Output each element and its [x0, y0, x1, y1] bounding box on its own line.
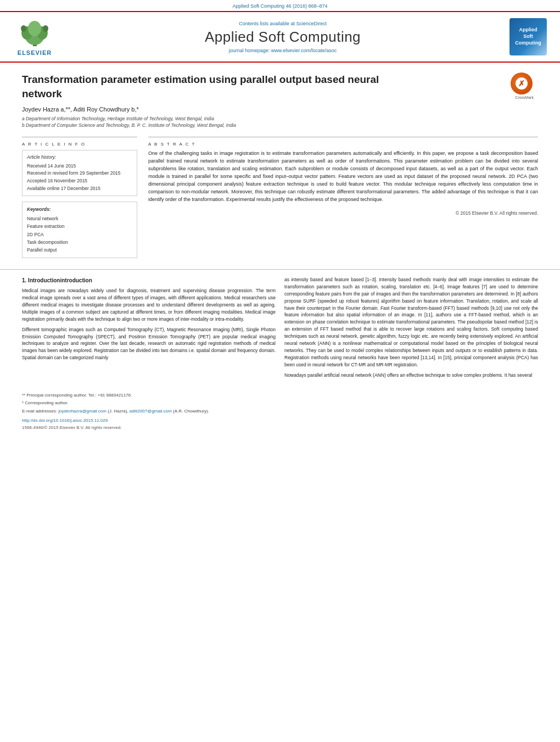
crossmark-label: CrossMark [511, 96, 538, 99]
body-column-1: 1. Introductionintroduction Medical imag… [22, 276, 276, 382]
journal-logo-box: Applied Soft Computing [506, 18, 550, 55]
contents-available: Contents lists available at ScienceDirec… [59, 21, 506, 26]
crossmark-badge: ✗ [511, 72, 533, 94]
body-section: 1. Introductionintroduction Medical imag… [0, 269, 560, 388]
authors-line: Joydev Hazra a,**, Aditi Roy Chowdhury b… [22, 106, 505, 113]
email-line: E-mail addresses: joydevhazra@gmail.com … [22, 408, 538, 415]
copyright-line: © 2015 Elsevier B.V. All rights reserved… [148, 208, 538, 216]
article-title: Transformation parameter estimation usin… [22, 72, 395, 101]
journal-citation: Applied Soft Computing 46 (2016) 868–874 [0, 0, 560, 11]
received-date: Received 14 June 2015 [27, 163, 132, 170]
page-wrapper: Applied Soft Computing 46 (2016) 868–874… [0, 0, 560, 742]
citation-text: Applied Soft Computing 46 (2016) 868–874 [232, 3, 327, 9]
journal-header: ELSEVIER Contents lists available at Sci… [0, 11, 560, 63]
journal-title: Applied Soft Computing [59, 29, 506, 46]
homepage-line: journal homepage: www.elsevier.com/locat… [59, 48, 506, 53]
journal-badge: Applied Soft Computing [509, 18, 547, 55]
article-info-heading: A R T I C L E I N F O [22, 142, 137, 147]
keyword-1: Neural network [27, 215, 132, 222]
body-p4: Nowadays parallel artificial neural netw… [284, 372, 538, 379]
authors-text: Joydev Hazra a,**, Aditi Roy Chowdhury b… [22, 106, 139, 113]
affiliation-b: b Department of Computer Science and Tec… [22, 122, 505, 128]
accepted-date: Accepted 16 November 2015 [27, 177, 132, 185]
footnote-2: * Corresponding author. [22, 400, 538, 407]
elsevier-tree-icon [17, 18, 53, 48]
svg-point-5 [21, 25, 26, 32]
history-label: Article history: [27, 154, 132, 161]
footer-section: ** Principal corresponding author. Tel.:… [0, 388, 560, 432]
elsevier-wordmark: ELSEVIER [18, 49, 52, 56]
issn-line: 1568-4946/© 2015 Elsevier B.V. All right… [22, 425, 538, 432]
email-1[interactable]: joydevhazra@gmail.com [58, 409, 107, 414]
affiliation-a: a Department of Information Technology, … [22, 116, 505, 121]
svg-point-6 [43, 25, 48, 32]
email-2[interactable]: aditi2007@gmail.com [130, 409, 172, 414]
keyword-3: 2D PCA [27, 231, 132, 238]
article-section: Transformation parameter estimation usin… [0, 63, 560, 264]
email-2-name: (A.R. Chowdhury). [173, 409, 209, 414]
footnote-1: ** Principal corresponding author. Tel.:… [22, 392, 538, 399]
abstract-text: One of the challenging tasks in image re… [148, 150, 538, 204]
abstract-heading: A B S T R A C T [148, 142, 538, 147]
keyword-4: Task decomposition [27, 238, 132, 246]
info-abstract-columns: A R T I C L E I N F O Article history: R… [22, 137, 538, 258]
journal-center: Contents lists available at ScienceDirec… [59, 21, 506, 53]
body-p2: Different tomographic images such as Com… [22, 326, 276, 362]
keywords-box: Keywords: Neural network Feature extract… [22, 202, 137, 258]
sciencedirect-link[interactable]: ScienceDirect [296, 21, 327, 26]
keyword-5: Parallel output [27, 246, 132, 254]
elsevier-logo: ELSEVIER [10, 18, 59, 56]
revised-date: Received in revised form 29 September 20… [27, 170, 132, 177]
available-date: Available online 17 December 2015 [27, 185, 132, 193]
keywords-label: Keywords: [27, 205, 132, 213]
svg-point-4 [28, 21, 41, 36]
section-1-heading: 1. Introductionintroduction [22, 276, 276, 284]
article-info-column: A R T I C L E I N F O Article history: R… [22, 137, 137, 258]
crossmark-area: ✗ CrossMark [511, 72, 538, 99]
article-history-box: Article history: Received 14 June 2015 R… [22, 150, 137, 196]
homepage-link[interactable]: www.elsevier.com/locate/asoc [271, 48, 337, 53]
body-column-2: as intensity based and feature based [1–… [284, 276, 538, 382]
doi-line[interactable]: http://dx.doi.org/10.1016/j.asoc.2015.11… [22, 417, 538, 425]
keyword-2: Feature extraction [27, 222, 132, 230]
body-p3: as intensity based and feature based [1–… [284, 276, 538, 369]
abstract-column: A B S T R A C T One of the challenging t… [148, 137, 538, 258]
body-p1: Medical images are nowadays widely used … [22, 287, 276, 323]
email-1-name: (J. Hazra), [108, 409, 128, 414]
